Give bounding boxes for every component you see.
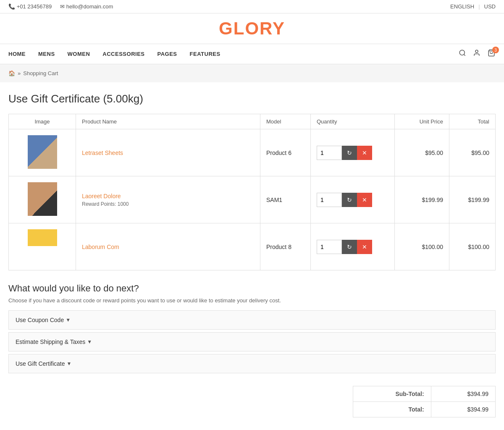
totals-section: Sub-Total: $394.99 Total: $394.99 (8, 386, 496, 417)
item-total-cell: $95.00 (449, 129, 496, 176)
nav-mens[interactable]: MENS (38, 44, 55, 64)
product-name-link[interactable]: Laoreet Dolore (82, 193, 121, 199)
quantity-input[interactable] (317, 193, 342, 207)
unit-price-cell: $199.99 (395, 176, 449, 223)
accordion-coupon-label: Use Coupon Code (16, 317, 64, 323)
product-image-cell (9, 129, 76, 176)
svg-point-2 (475, 50, 478, 52)
table-row: Letraset SheetsProduct 6↻✕$95.00$95.00 (9, 129, 496, 176)
main-content: Use Gift Certificate (5.00kg) Image Prod… (0, 82, 504, 430)
email-address: ✉ hello@domain.com (60, 3, 113, 10)
accordion-coupon-arrow: ▼ (66, 317, 71, 323)
accordion-shipping-header[interactable]: Estimate Shipping & Taxes ▼ (9, 333, 495, 351)
nav-accessories[interactable]: ACCESSORIES (102, 44, 144, 64)
product-name-link[interactable]: Laborum Com (82, 244, 119, 250)
total-value: $394.99 (431, 402, 495, 417)
remove-item-button[interactable]: ✕ (357, 146, 372, 160)
product-image-cell (9, 176, 76, 223)
item-total-cell: $100.00 (449, 223, 496, 270)
product-quantity-cell: ↻✕ (311, 129, 395, 176)
quantity-input[interactable] (317, 146, 342, 160)
table-row: Laoreet DoloreReward Points: 1000SAM1↻✕$… (9, 176, 496, 223)
accordion-coupon[interactable]: Use Coupon Code ▼ (8, 310, 496, 330)
product-quantity-cell: ↻✕ (311, 176, 395, 223)
col-header-unit-price: Unit Price (395, 114, 449, 129)
product-name-cell: Letraset Sheets (76, 129, 260, 176)
breadcrumb: 🏠 » Shopping Cart (0, 64, 504, 82)
product-thumbnail (28, 135, 57, 169)
page-title: Use Gift Certificate (5.00kg) (8, 92, 496, 105)
product-thumbnail (28, 182, 57, 216)
product-quantity-cell: ↻✕ (311, 223, 395, 270)
accordion-shipping-label: Estimate Shipping & Taxes (16, 338, 85, 345)
cart-icon[interactable]: 3 (487, 49, 496, 59)
subtotal-label: Sub-Total: (353, 386, 431, 402)
next-steps-section: What would you like to do next? Choose i… (8, 283, 496, 373)
accordion-shipping-arrow: ▼ (87, 339, 92, 345)
unit-price-cell: $95.00 (395, 129, 449, 176)
breadcrumb-current: Shopping Cart (23, 70, 58, 76)
search-icon[interactable] (459, 49, 466, 59)
col-header-total: Total (449, 114, 496, 129)
totals-table: Sub-Total: $394.99 Total: $394.99 (353, 386, 496, 417)
refresh-qty-button[interactable]: ↻ (342, 193, 357, 207)
product-name-link[interactable]: Letraset Sheets (82, 149, 123, 156)
product-image-cell (9, 223, 76, 270)
breadcrumb-home-icon[interactable]: 🏠 (8, 70, 15, 76)
email-icon: ✉ (60, 3, 65, 10)
accordion-coupon-header[interactable]: Use Coupon Code ▼ (9, 311, 495, 329)
total-row: Total: $394.99 (353, 402, 496, 417)
nav-features[interactable]: FEATURES (190, 44, 220, 64)
phone-number: 📞 +01 23456789 (8, 3, 52, 10)
nav-icons: 3 (459, 49, 496, 59)
cart-table: Image Product Name Model Quantity Unit P… (8, 114, 496, 270)
product-name-cell: Laborum Com (76, 223, 260, 270)
col-header-image: Image (9, 114, 76, 129)
refresh-qty-button[interactable]: ↻ (342, 146, 357, 160)
svg-point-0 (459, 50, 465, 55)
total-label: Total: (353, 402, 431, 417)
logo-bar: GLORY (0, 13, 504, 44)
col-header-product: Product Name (76, 114, 260, 129)
account-icon[interactable] (473, 49, 480, 59)
top-bar: 📞 +01 23456789 ✉ hello@domain.com ENGLIS… (0, 0, 504, 13)
product-model-cell: SAM1 (260, 176, 311, 223)
remove-item-button[interactable]: ✕ (357, 193, 372, 207)
unit-price-cell: $100.00 (395, 223, 449, 270)
subtotal-row: Sub-Total: $394.99 (353, 386, 496, 402)
col-header-quantity: Quantity (311, 114, 395, 129)
nav-women[interactable]: WOMEN (68, 44, 90, 64)
next-steps-title: What would you like to do next? (8, 283, 496, 294)
lang-currency-divider: | (478, 3, 480, 10)
next-steps-subtitle: Choose if you have a discount code or re… (8, 297, 496, 304)
product-thumbnail (28, 229, 57, 263)
currency-selector[interactable]: USD (484, 3, 496, 10)
product-name-cell: Laoreet DoloreReward Points: 1000 (76, 176, 260, 223)
remove-item-button[interactable]: ✕ (357, 240, 372, 254)
top-bar-left: 📞 +01 23456789 ✉ hello@domain.com (8, 3, 113, 10)
reward-points: Reward Points: 1000 (82, 201, 254, 207)
table-row: Laborum ComProduct 8↻✕$100.00$100.00 (9, 223, 496, 270)
product-model-cell: Product 6 (260, 129, 311, 176)
accordion-gift[interactable]: Use Gift Certificate ▼ (8, 354, 496, 373)
top-bar-right: ENGLISH | USD (450, 3, 496, 10)
refresh-qty-button[interactable]: ↻ (342, 240, 357, 254)
col-header-model: Model (260, 114, 311, 129)
accordion-shipping[interactable]: Estimate Shipping & Taxes ▼ (8, 332, 496, 351)
nav-links: HOME MENS WOMEN ACCESSORIES PAGES FEATUR… (8, 44, 220, 64)
nav-bar: HOME MENS WOMEN ACCESSORIES PAGES FEATUR… (0, 44, 504, 64)
accordion-gift-label: Use Gift Certificate (16, 360, 65, 367)
breadcrumb-separator: » (18, 70, 21, 76)
product-model-cell: Product 8 (260, 223, 311, 270)
subtotal-value: $394.99 (431, 386, 495, 402)
accordion-gift-header[interactable]: Use Gift Certificate ▼ (9, 354, 495, 373)
phone-icon: 📞 (8, 3, 15, 10)
language-selector[interactable]: ENGLISH (450, 3, 474, 10)
item-total-cell: $199.99 (449, 176, 496, 223)
accordion-gift-arrow: ▼ (66, 361, 71, 367)
cart-count: 3 (492, 47, 499, 53)
nav-home[interactable]: HOME (8, 44, 26, 64)
quantity-input[interactable] (317, 240, 342, 254)
nav-pages[interactable]: PAGES (157, 44, 177, 64)
site-logo[interactable]: GLORY (219, 18, 285, 39)
